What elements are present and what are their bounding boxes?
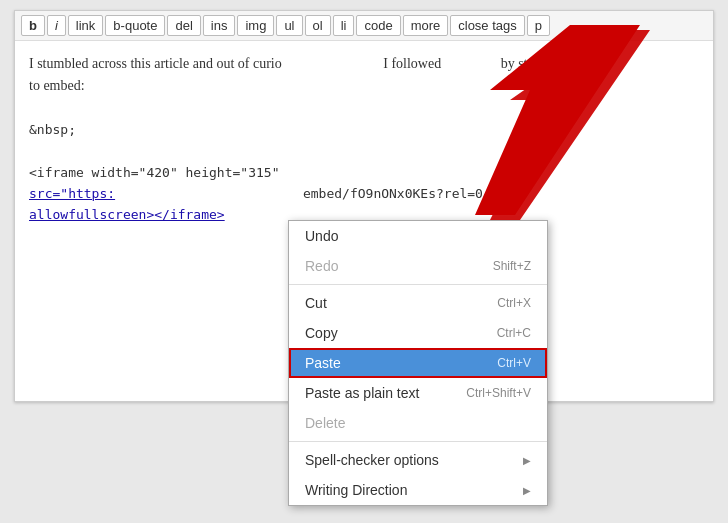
context-menu-paste-plain[interactable]: Paste as plain text Ctrl+Shift+V <box>289 378 547 408</box>
toolbar-btn-ul[interactable]: ul <box>276 15 302 36</box>
editor-text-line1: I stumbled across this article and out o… <box>29 53 699 75</box>
context-menu-writing-direction[interactable]: Writing Direction <box>289 475 547 505</box>
context-menu-delete[interactable]: Delete <box>289 408 547 438</box>
context-menu-redo[interactable]: Redo Shift+Z <box>289 251 547 281</box>
toolbar-btn-code[interactable]: code <box>356 15 400 36</box>
context-menu-sep2 <box>289 441 547 442</box>
editor-text-iframe: <iframe width="420" height="315" src="ht… <box>29 163 699 205</box>
toolbar-btn-li[interactable]: li <box>333 15 355 36</box>
context-menu: Undo Redo Shift+Z Cut Ctrl+X Copy Ctrl+C… <box>288 220 548 506</box>
editor-text-line2: to embed: <box>29 75 699 97</box>
toolbar-btn-p[interactable]: p <box>527 15 550 36</box>
editor-toolbar: b i link b-quote del ins img ul ol li co… <box>15 11 713 41</box>
context-menu-sep1 <box>289 284 547 285</box>
context-menu-cut[interactable]: Cut Ctrl+X <box>289 288 547 318</box>
editor-text-nbsp: &nbsp; <box>29 120 699 141</box>
toolbar-btn-link[interactable]: link <box>68 15 104 36</box>
context-menu-paste[interactable]: Paste Ctrl+V <box>289 348 547 378</box>
toolbar-btn-i[interactable]: i <box>47 15 66 36</box>
toolbar-btn-closetags[interactable]: close tags <box>450 15 525 36</box>
toolbar-btn-img[interactable]: img <box>237 15 274 36</box>
toolbar-btn-del[interactable]: del <box>167 15 200 36</box>
toolbar-btn-ol[interactable]: ol <box>305 15 331 36</box>
toolbar-btn-more[interactable]: more <box>403 15 449 36</box>
context-menu-spellcheck[interactable]: Spell-checker options <box>289 445 547 475</box>
context-menu-undo[interactable]: Undo <box>289 221 547 251</box>
toolbar-btn-ins[interactable]: ins <box>203 15 236 36</box>
toolbar-btn-bquote[interactable]: b-quote <box>105 15 165 36</box>
context-menu-copy[interactable]: Copy Ctrl+C <box>289 318 547 348</box>
toolbar-btn-b[interactable]: b <box>21 15 45 36</box>
